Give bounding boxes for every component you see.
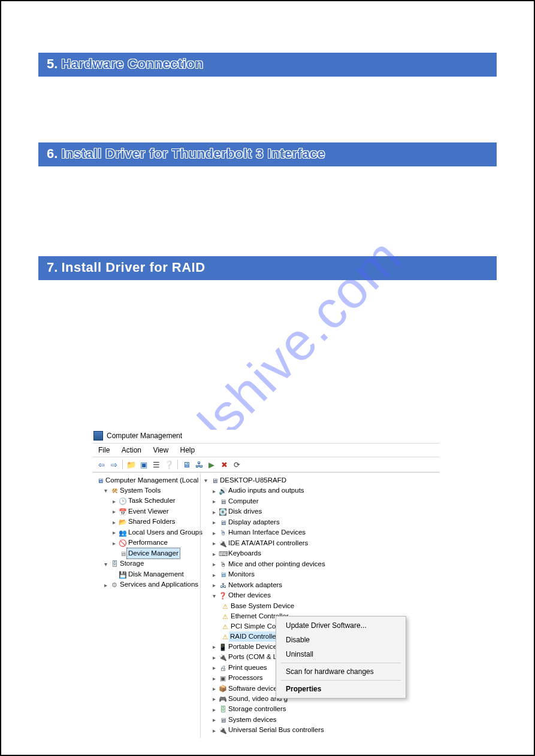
tree-event-viewer[interactable]: ▸📅Event Viewer [113, 506, 197, 517]
section-number: 6. [47, 146, 58, 161]
chevron-right-icon[interactable]: ▸ [213, 538, 219, 548]
device-ide[interactable]: ▸🔌IDE ATA/ATAPI controllers [213, 538, 436, 548]
menu-view[interactable]: View [149, 445, 174, 456]
section-number: 5. [47, 56, 58, 71]
chevron-right-icon[interactable]: ▸ [213, 673, 219, 684]
chevron-right-icon[interactable]: ▸ [213, 517, 219, 527]
device-usb[interactable]: ▸🔌Universal Serial Bus controllers [213, 725, 436, 735]
monitor-icon[interactable]: 🖥 [181, 459, 192, 470]
chevron-right-icon[interactable]: ▸ [213, 684, 219, 694]
chevron-right-icon[interactable]: ▸ [213, 694, 219, 704]
properties-icon[interactable]: ☰ [151, 459, 162, 470]
menu-separator [281, 663, 401, 663]
device-system[interactable]: ▸🖥System devices [213, 715, 436, 725]
chevron-right-icon[interactable]: ▸ [113, 506, 119, 517]
device-hid[interactable]: ▸🖱Human Interface Devices [213, 527, 436, 538]
device-network[interactable]: ▸🖧Network adapters [213, 580, 436, 590]
chevron-right-icon[interactable]: ▸ [213, 496, 219, 506]
device-disk-drives[interactable]: ▸💽Disk drives [213, 506, 436, 517]
menu-uninstall[interactable]: Uninstall [277, 647, 404, 661]
chevron-right-icon[interactable]: ▸ [213, 642, 219, 652]
chevron-down-icon[interactable]: ▾ [104, 559, 110, 569]
device-label: IDE ATA/ATAPI controllers [228, 539, 308, 546]
chevron-right-icon[interactable]: ▸ [213, 507, 219, 517]
menu-scan-hardware[interactable]: Scan for hardware changes [277, 664, 404, 679]
chevron-right-icon[interactable]: ▸ [213, 559, 219, 569]
network-icon: 🖧 [219, 581, 227, 590]
device-mice[interactable]: ▸🖱Mice and other pointing devices [213, 559, 436, 569]
toolbar-separator [122, 460, 123, 469]
tree-storage[interactable]: ▾🗄Storage 💾Disk Management [104, 558, 197, 579]
folder-icon: 📂 [119, 518, 127, 526]
view-icon[interactable]: ▣ [138, 459, 149, 470]
help-icon[interactable]: ❔ [164, 459, 174, 470]
menu-update-driver[interactable]: Update Driver Software... [277, 618, 404, 633]
device-base-system[interactable]: ⚠Base System Device [221, 601, 436, 611]
tree-disk-management[interactable]: 💾Disk Management [113, 569, 197, 579]
chevron-right-icon[interactable]: ▸ [113, 527, 119, 538]
device-computer[interactable]: ▸🖥Computer [213, 496, 436, 506]
chevron-down-icon[interactable]: ▾ [213, 591, 219, 601]
scan-icon[interactable]: 🖧 [194, 459, 204, 470]
tree-root[interactable]: 🖥Computer Management (Local ▾🛠System Too… [96, 475, 197, 590]
chevron-right-icon[interactable]: ▸ [213, 725, 219, 736]
chevron-right-icon[interactable]: ▸ [213, 549, 219, 559]
chevron-right-icon[interactable]: ▸ [113, 538, 119, 548]
menu-help[interactable]: Help [177, 445, 201, 456]
device-display[interactable]: ▸🖥Display adapters [213, 517, 436, 527]
chevron-right-icon[interactable]: ▸ [213, 663, 219, 673]
device-monitors[interactable]: ▸🖥Monitors [213, 569, 436, 579]
device-label: Other devices [228, 591, 271, 599]
back-icon[interactable]: ⇦ [96, 459, 107, 470]
performance-icon: 🚫 [119, 539, 127, 547]
window-title: Computer Management [107, 432, 182, 440]
chevron-down-icon[interactable]: ▾ [104, 485, 110, 496]
menubar: File Action View Help [92, 443, 440, 457]
device-label: Disk drives [228, 508, 262, 515]
chevron-right-icon[interactable]: ▸ [213, 652, 219, 663]
device-keyboards[interactable]: ▸⌨Keyboards [213, 548, 436, 558]
enable-icon[interactable]: ▶ [206, 459, 217, 470]
chevron-right-icon[interactable]: ▸ [213, 486, 219, 496]
chevron-right-icon[interactable]: ▸ [113, 517, 119, 527]
tree-system-tools[interactable]: ▾🛠System Tools ▸🕒Task Scheduler ▸📅Event … [104, 485, 197, 558]
toolbar-separator [177, 460, 178, 469]
menu-action[interactable]: Action [118, 445, 147, 456]
tree-label: Storage [120, 560, 144, 567]
device-audio[interactable]: ▸🔊Audio inputs and outputs [213, 485, 436, 496]
blank-icon [113, 548, 119, 558]
tree-performance[interactable]: ▸🚫Performance [113, 538, 197, 548]
chevron-right-icon[interactable]: ▸ [213, 705, 219, 715]
other-icon: ❓ [219, 591, 227, 600]
chevron-down-icon[interactable]: ▾ [204, 475, 210, 485]
tree-device-manager[interactable]: 🖥Device Manager [113, 548, 197, 558]
menu-disable[interactable]: Disable [277, 633, 404, 647]
menu-file[interactable]: File [95, 445, 116, 456]
chevron-right-icon[interactable]: ▸ [213, 570, 219, 580]
menu-properties[interactable]: Properties [277, 682, 404, 696]
chevron-right-icon[interactable]: ▸ [213, 715, 219, 725]
menu-separator [281, 680, 401, 681]
delete-icon[interactable]: ✖ [219, 459, 229, 470]
warning-icon: ⚠ [221, 633, 229, 641]
device-storage-controllers[interactable]: ▸🗄Storage controllers [213, 704, 436, 714]
chevron-right-icon[interactable]: ▸ [213, 580, 219, 590]
device-label: Keyboards [228, 549, 261, 557]
tree-task-scheduler[interactable]: ▸🕒Task Scheduler [113, 496, 197, 506]
section-heading-5: 5. Hardware Connection [38, 53, 497, 77]
printer-icon: 🖨 [219, 664, 227, 672]
chevron-right-icon[interactable]: ▸ [113, 496, 119, 506]
section-title: Hardware Connection [61, 56, 203, 71]
tree-shared-folders[interactable]: ▸📂Shared Folders [113, 517, 197, 527]
chevron-right-icon[interactable]: ▸ [104, 580, 110, 590]
forward-icon[interactable]: ⇨ [108, 459, 119, 470]
tree-local-users[interactable]: ▸👥Local Users and Groups [113, 527, 197, 538]
folder-up-icon[interactable]: 📁 [126, 459, 137, 470]
users-icon: 👥 [119, 529, 127, 537]
app-icon [93, 431, 103, 441]
tree-label: Services and Applications [120, 581, 198, 588]
tree-services-apps[interactable]: ▸⚙Services and Applications [104, 579, 197, 590]
chevron-right-icon[interactable]: ▸ [213, 528, 219, 538]
refresh-icon[interactable]: ⟳ [231, 459, 242, 470]
monitor-icon: 🖥 [219, 570, 227, 579]
